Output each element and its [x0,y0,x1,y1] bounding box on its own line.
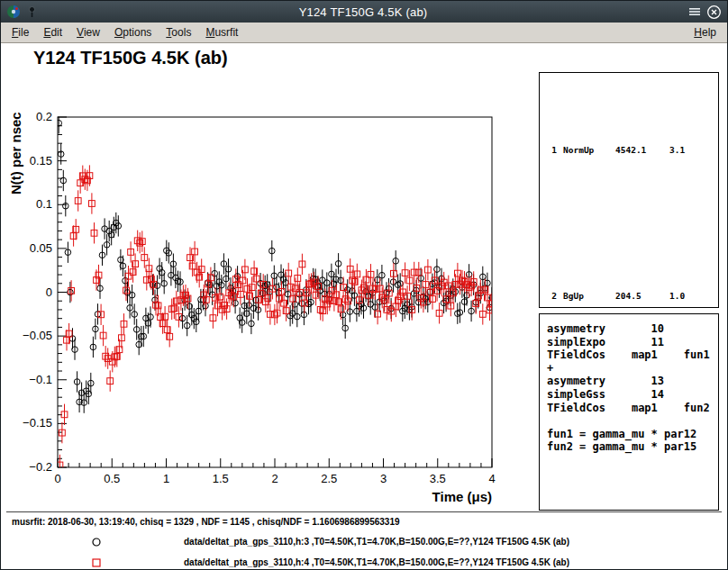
plot-legend: data/deltat_pta_gps_3110,h:3 ,T0=4.50K,T… [1,531,727,569]
svg-text:0.5: 0.5 [104,472,120,485]
window-title: Y124 TF150G 4.5K (ab) [43,5,683,19]
svg-text:3: 3 [380,472,387,485]
legend-entry: data/deltat_pta_gps_3110,h:4 ,T0=4.50K,T… [1,552,727,569]
svg-text:4: 4 [488,472,495,485]
svg-text:1.5: 1.5 [213,472,229,485]
legend-marker-circle [91,537,102,547]
svg-text:0: 0 [54,472,60,485]
fit-parameters-panel: 1NormUp4542.13.12BgUp204.51.03PhaseUp18.… [539,72,719,308]
menubar: FileEditViewOptionsToolsMusrfit Help [1,23,727,43]
theory-panel: asymmetry 10 simplExpo 11 TFieldCos map1… [539,313,719,511]
plot-title: Y124 TF150G 4.5K (ab) [33,48,228,68]
menubar-items: FileEditViewOptionsToolsMusrfit [5,24,245,41]
close-button[interactable] [706,5,722,20]
menu-options[interactable]: Options [107,24,159,41]
window-menu-icon[interactable] [688,6,701,17]
menubar-right: Help [687,24,723,41]
legend-marker-square [91,557,102,568]
legend-label: data/deltat_pta_gps_3110,h:3 ,T0=4.50K,T… [184,537,569,547]
param-row: 1NormUp4542.13.1 [540,77,718,223]
theory-text: asymmetry 10 simplExpo 11 TFieldCos map1… [540,314,718,454]
menu-view[interactable]: View [69,24,107,41]
menu-musrfit[interactable]: Musrfit [198,24,245,41]
app-icon [6,5,21,19]
svg-text:1: 1 [163,472,169,485]
menu-help[interactable]: Help [687,24,723,41]
svg-text:0.15: 0.15 [30,154,52,167]
legend-label: data/deltat_pta_gps_3110,h:4 ,T0=4.50K,T… [184,557,569,567]
svg-text:0.1: 0.1 [36,197,52,211]
svg-text:−0.15: −0.15 [23,416,52,430]
svg-text:Time (μs): Time (μs) [432,489,492,504]
menu-file[interactable]: File [5,24,36,41]
svg-text:−0.1: −0.1 [29,373,52,386]
svg-text:N(t) per nsec: N(t) per nsec [8,112,23,195]
svg-text:0.05: 0.05 [30,241,52,255]
legend-entry: data/deltat_pta_gps_3110,h:3 ,T0=4.50K,T… [1,531,727,552]
menu-tools[interactable]: Tools [159,24,198,41]
divider [6,511,722,512]
svg-text:−0.05: −0.05 [23,329,52,342]
app-window: Y124 TF150G 4.5K (ab) FileEditViewOption… [0,0,728,570]
pin-icon[interactable] [26,5,38,18]
svg-text:2.5: 2.5 [321,472,337,485]
menu-edit[interactable]: Edit [36,24,69,41]
fit-status-line: musrfit: 2018-06-30, 13:19:40, chisq = 1… [12,517,400,527]
canvas-area: Y124 TF150G 4.5K (ab) −0.2−0.15−0.1−0.05… [1,43,727,569]
plot-canvas[interactable]: −0.2−0.15−0.1−0.0500.050.10.150.200.511.… [1,79,527,511]
svg-text:−0.2: −0.2 [29,460,52,474]
svg-text:2: 2 [271,472,278,485]
svg-text:3.5: 3.5 [430,472,446,485]
svg-text:0.2: 0.2 [36,110,52,123]
svg-text:0: 0 [46,285,52,299]
titlebar[interactable]: Y124 TF150G 4.5K (ab) [1,1,727,23]
